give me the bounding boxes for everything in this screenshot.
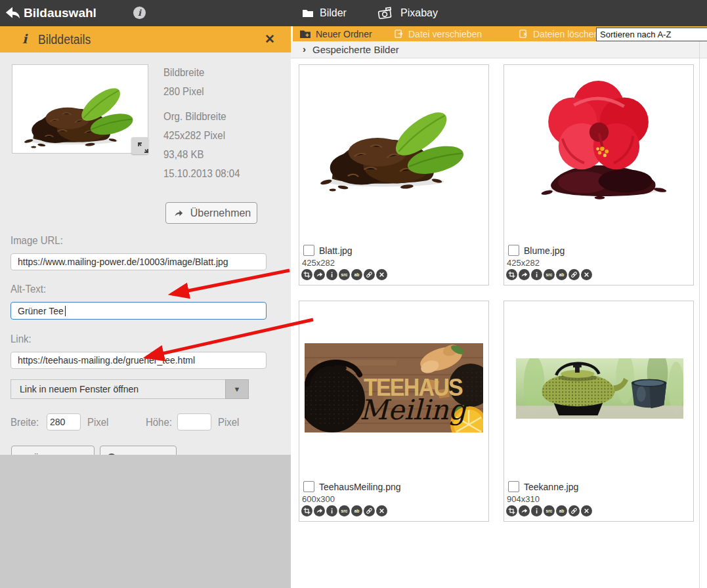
apply-icon[interactable] xyxy=(519,269,530,280)
alt-text-value: Grüner Tee xyxy=(18,306,64,316)
move-file-label: Datei verschieben xyxy=(408,29,482,39)
panel-divider xyxy=(291,26,293,41)
details-info-icon: i xyxy=(22,32,27,46)
info-icon[interactable]: i xyxy=(133,7,146,19)
delete-icon[interactable] xyxy=(376,505,387,516)
link-input[interactable] xyxy=(11,352,267,369)
link-label: Link: xyxy=(11,333,32,346)
info-icon[interactable] xyxy=(531,505,542,516)
file-checkbox[interactable] xyxy=(508,481,519,492)
tab-pixabay-label: Pixabay xyxy=(400,7,438,19)
info-icon[interactable] xyxy=(326,269,337,280)
delete-icon[interactable] xyxy=(376,269,387,280)
file-size: 904x310 xyxy=(507,494,540,504)
file-actions: src ab xyxy=(301,269,387,280)
bildbreite-value: 280 Pixel xyxy=(163,85,204,98)
breite-input[interactable] xyxy=(47,413,81,430)
tab-pixabay[interactable]: Pixabay xyxy=(377,0,438,26)
panel-title: Bilddetails xyxy=(38,32,91,47)
info-icon[interactable] xyxy=(326,505,337,516)
file-actions: src ab xyxy=(506,269,592,280)
src-icon[interactable]: src xyxy=(544,269,555,280)
file-card-teekanne: Teekanne.jpg 904x310 src ab xyxy=(503,301,694,522)
apply-icon[interactable] xyxy=(314,269,325,280)
file-card-teehausmeiling: TeehausMeiling.png 600x300 src ab xyxy=(299,301,489,522)
content-right-divider xyxy=(699,41,700,588)
alt-icon[interactable]: ab xyxy=(556,505,567,516)
top-bar: Bildauswahl i Bilder Pixabay xyxy=(0,0,707,26)
file-card-blatt: Blatt.jpg 425x282 src ab xyxy=(299,64,489,285)
hoehe-label: Höhe: xyxy=(146,416,172,429)
crop-icon[interactable] xyxy=(506,269,517,280)
link-icon[interactable] xyxy=(364,505,375,516)
new-folder-label: Neuer Ordner xyxy=(316,29,372,39)
apply-icon[interactable] xyxy=(314,505,325,516)
gray-overlay xyxy=(0,455,291,588)
file-checkbox[interactable] xyxy=(508,245,519,256)
preview-image xyxy=(16,67,144,151)
file-move-icon xyxy=(394,29,404,39)
alt-text-label: Alt-Text: xyxy=(11,283,46,296)
crop-icon[interactable] xyxy=(506,505,517,516)
src-icon[interactable]: src xyxy=(339,505,350,516)
file-checkbox[interactable] xyxy=(303,481,314,492)
delete-files-label: Dateien löschen xyxy=(533,29,599,39)
info-icon[interactable] xyxy=(531,269,542,280)
camera-icon xyxy=(377,7,395,20)
folder-plus-icon xyxy=(299,30,311,39)
hoehe-input[interactable] xyxy=(177,413,211,430)
date-value: 15.10.2013 08:04 xyxy=(163,167,240,180)
src-icon[interactable]: src xyxy=(339,269,350,280)
folder-icon xyxy=(302,9,314,18)
link-icon[interactable] xyxy=(364,269,375,280)
bilddetails-panel: i Bilddetails ✕ Bildbreite 280 Pixel Org… xyxy=(0,26,291,588)
move-file-button[interactable]: Datei verschieben xyxy=(394,26,482,41)
delete-icon[interactable] xyxy=(581,505,592,516)
apply-icon[interactable] xyxy=(519,505,530,516)
file-image-blume[interactable] xyxy=(523,79,677,208)
tab-bilder-label: Bilder xyxy=(320,7,347,19)
image-url-input[interactable] xyxy=(11,253,267,270)
org-bildbreite-label: Org. Bildbreite xyxy=(163,110,226,123)
window-title: Bildauswahl xyxy=(24,6,96,20)
filesize-value: 93,48 KB xyxy=(163,148,204,161)
delete-icon[interactable] xyxy=(581,269,592,280)
back-icon[interactable] xyxy=(5,6,20,20)
chevron-down-icon: ▼ xyxy=(225,379,249,399)
uebernehmen-button[interactable]: Übernehmen xyxy=(165,202,257,224)
alt-text-input[interactable]: Grüner Tee xyxy=(11,302,267,320)
file-actions: src ab xyxy=(301,505,387,516)
file-card-blume: Blume.jpg 425x282 src ab xyxy=(503,64,694,285)
breite-unit: Pixel xyxy=(87,416,108,429)
file-name: Teekanne.jpg xyxy=(524,482,578,492)
file-name: Blatt.jpg xyxy=(319,245,353,256)
alt-icon[interactable]: ab xyxy=(556,269,567,280)
link-target-dropdown[interactable]: Link in neuem Fenster öffnen ▼ xyxy=(11,379,249,399)
text-caret xyxy=(65,306,66,316)
link-icon[interactable] xyxy=(568,505,580,516)
src-icon[interactable]: src xyxy=(544,505,555,516)
file-image-blatt[interactable] xyxy=(309,83,479,196)
alt-icon[interactable]: ab xyxy=(351,269,362,280)
tab-bilder[interactable]: Bilder xyxy=(302,0,347,26)
file-size: 600x300 xyxy=(302,494,335,504)
file-image-teehausmeiling[interactable] xyxy=(305,343,483,432)
alt-icon[interactable]: ab xyxy=(351,505,362,516)
folder-bar-gespeicherte-bilder[interactable]: › Gespeicherte Bilder xyxy=(291,41,707,58)
file-checkbox[interactable] xyxy=(303,245,314,256)
breite-label: Breite: xyxy=(11,416,39,429)
sort-select[interactable]: Sortieren nach A-Z xyxy=(596,28,707,41)
new-folder-button[interactable]: Neuer Ordner xyxy=(299,26,372,41)
panel-header: i Bilddetails ✕ xyxy=(0,26,291,52)
crop-icon[interactable] xyxy=(301,505,312,516)
crop-icon[interactable] xyxy=(301,269,312,280)
file-image-teekanne[interactable] xyxy=(516,358,683,419)
file-delete-icon xyxy=(519,29,528,39)
expand-icon[interactable] xyxy=(131,137,148,154)
close-icon[interactable]: ✕ xyxy=(265,32,275,47)
file-size: 425x282 xyxy=(507,258,540,268)
link-icon[interactable] xyxy=(568,269,580,280)
apply-arrow-icon xyxy=(172,208,185,219)
delete-files-button[interactable]: Dateien löschen xyxy=(519,26,599,41)
image-url-label: Image URL: xyxy=(11,234,63,247)
